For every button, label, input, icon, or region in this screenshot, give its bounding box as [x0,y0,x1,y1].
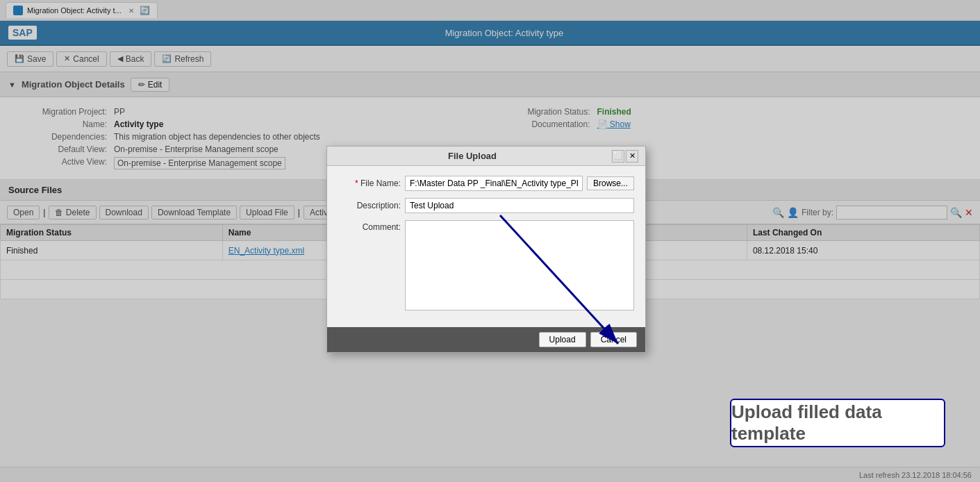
comment-label: Comment: [338,220,401,232]
modal-cancel-button[interactable]: Cancel [590,332,637,347]
description-label: Description: [338,201,401,210]
file-name-row: File Name: Browse... [338,176,634,191]
comment-row: Comment: [338,220,634,310]
description-row: Description: [338,198,634,213]
file-upload-modal: File Upload ⬜ ✕ File Name: Browse... Des… [326,146,646,353]
callout-text: Upload filled data template [731,401,944,444]
callout-box: Upload filled data template [730,399,945,447]
browse-button[interactable]: Browse... [587,176,634,190]
modal-titlebar: File Upload ⬜ ✕ [327,147,645,166]
modal-close-button[interactable]: ✕ [626,150,638,163]
modal-title: File Upload [334,151,611,161]
modal-upload-button[interactable]: Upload [539,332,586,347]
file-name-input[interactable] [405,176,583,191]
file-name-label: File Name: [338,178,401,188]
description-input[interactable] [405,198,634,213]
modal-minimize-button[interactable]: ⬜ [612,150,624,163]
modal-footer: Upload Cancel [327,327,645,352]
comment-textarea[interactable] [405,220,634,310]
modal-body: File Name: Browse... Description: Commen… [327,166,645,327]
